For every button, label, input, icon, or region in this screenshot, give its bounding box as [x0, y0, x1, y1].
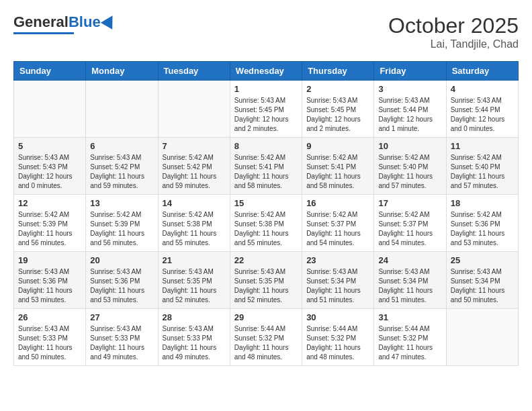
calendar-header-wednesday: Wednesday [230, 62, 302, 81]
calendar-cell: 5Sunrise: 5:43 AM Sunset: 5:43 PM Daylig… [14, 138, 86, 195]
day-number: 5 [18, 141, 81, 151]
calendar-header-row: SundayMondayTuesdayWednesdayThursdayFrid… [14, 62, 519, 81]
day-info: Sunrise: 5:43 AM Sunset: 5:43 PM Dayligh… [18, 153, 81, 191]
day-info: Sunrise: 5:42 AM Sunset: 5:37 PM Dayligh… [306, 210, 369, 248]
calendar-cell: 17Sunrise: 5:42 AM Sunset: 5:37 PM Dayli… [374, 195, 446, 252]
day-number: 29 [234, 312, 298, 322]
day-number: 28 [163, 312, 226, 322]
day-number: 14 [163, 198, 226, 208]
day-number: 9 [306, 141, 369, 151]
day-info: Sunrise: 5:43 AM Sunset: 5:35 PM Dayligh… [163, 267, 226, 305]
day-info: Sunrise: 5:44 AM Sunset: 5:32 PM Dayligh… [234, 324, 298, 362]
day-number: 6 [90, 141, 153, 151]
day-info: Sunrise: 5:43 AM Sunset: 5:45 PM Dayligh… [306, 96, 369, 134]
day-number: 27 [90, 312, 153, 322]
calendar-week-row: 12Sunrise: 5:42 AM Sunset: 5:39 PM Dayli… [14, 195, 519, 252]
day-info: Sunrise: 5:43 AM Sunset: 5:34 PM Dayligh… [451, 267, 514, 305]
day-info: Sunrise: 5:42 AM Sunset: 5:39 PM Dayligh… [18, 210, 81, 248]
day-number: 17 [378, 198, 441, 208]
day-number: 2 [306, 84, 369, 94]
logo-arrow-icon [100, 12, 118, 30]
month-title: October 2025 [388, 13, 519, 38]
calendar-cell: 25Sunrise: 5:43 AM Sunset: 5:34 PM Dayli… [446, 252, 518, 309]
day-info: Sunrise: 5:44 AM Sunset: 5:32 PM Dayligh… [306, 324, 369, 362]
day-number: 21 [163, 255, 226, 265]
day-info: Sunrise: 5:43 AM Sunset: 5:44 PM Dayligh… [451, 96, 514, 134]
day-info: Sunrise: 5:42 AM Sunset: 5:38 PM Dayligh… [163, 210, 226, 248]
title-block: October 2025 Lai, Tandjile, Chad [388, 13, 519, 50]
logo-underline [13, 32, 74, 34]
calendar-table: SundayMondayTuesdayWednesdayThursdayFrid… [13, 61, 519, 366]
day-number: 7 [163, 141, 226, 151]
day-info: Sunrise: 5:43 AM Sunset: 5:42 PM Dayligh… [90, 153, 153, 191]
calendar-cell: 31Sunrise: 5:44 AM Sunset: 5:32 PM Dayli… [374, 309, 446, 366]
calendar-cell [446, 309, 518, 366]
calendar-cell: 2Sunrise: 5:43 AM Sunset: 5:45 PM Daylig… [302, 81, 374, 138]
calendar-cell: 12Sunrise: 5:42 AM Sunset: 5:39 PM Dayli… [14, 195, 86, 252]
day-info: Sunrise: 5:42 AM Sunset: 5:37 PM Dayligh… [378, 210, 441, 248]
calendar-week-row: 19Sunrise: 5:43 AM Sunset: 5:36 PM Dayli… [14, 252, 519, 309]
calendar-cell [158, 81, 230, 138]
day-number: 26 [18, 312, 81, 322]
day-number: 10 [378, 141, 441, 151]
calendar-week-row: 26Sunrise: 5:43 AM Sunset: 5:33 PM Dayli… [14, 309, 519, 366]
calendar-cell: 10Sunrise: 5:42 AM Sunset: 5:40 PM Dayli… [374, 138, 446, 195]
calendar-cell: 9Sunrise: 5:42 AM Sunset: 5:41 PM Daylig… [302, 138, 374, 195]
day-info: Sunrise: 5:42 AM Sunset: 5:40 PM Dayligh… [378, 153, 441, 191]
calendar-cell: 15Sunrise: 5:42 AM Sunset: 5:38 PM Dayli… [230, 195, 302, 252]
day-info: Sunrise: 5:42 AM Sunset: 5:38 PM Dayligh… [234, 210, 298, 248]
day-number: 30 [306, 312, 369, 322]
day-number: 24 [378, 255, 441, 265]
calendar-cell: 8Sunrise: 5:42 AM Sunset: 5:41 PM Daylig… [230, 138, 302, 195]
calendar-cell: 19Sunrise: 5:43 AM Sunset: 5:36 PM Dayli… [14, 252, 86, 309]
calendar-cell: 28Sunrise: 5:43 AM Sunset: 5:33 PM Dayli… [158, 309, 230, 366]
calendar-cell: 27Sunrise: 5:43 AM Sunset: 5:33 PM Dayli… [86, 309, 158, 366]
day-number: 4 [451, 84, 514, 94]
day-info: Sunrise: 5:42 AM Sunset: 5:42 PM Dayligh… [163, 153, 226, 191]
day-info: Sunrise: 5:43 AM Sunset: 5:33 PM Dayligh… [90, 324, 153, 362]
day-info: Sunrise: 5:43 AM Sunset: 5:45 PM Dayligh… [234, 96, 298, 134]
calendar-cell: 22Sunrise: 5:43 AM Sunset: 5:35 PM Dayli… [230, 252, 302, 309]
calendar-header-tuesday: Tuesday [158, 62, 230, 81]
day-number: 8 [234, 141, 298, 151]
calendar-cell: 3Sunrise: 5:43 AM Sunset: 5:44 PM Daylig… [374, 81, 446, 138]
day-number: 13 [90, 198, 153, 208]
day-info: Sunrise: 5:43 AM Sunset: 5:33 PM Dayligh… [18, 324, 81, 362]
location-title: Lai, Tandjile, Chad [388, 38, 519, 50]
calendar-header-friday: Friday [374, 62, 446, 81]
day-info: Sunrise: 5:43 AM Sunset: 5:34 PM Dayligh… [378, 267, 441, 305]
calendar-cell: 7Sunrise: 5:42 AM Sunset: 5:42 PM Daylig… [158, 138, 230, 195]
calendar-cell: 20Sunrise: 5:43 AM Sunset: 5:36 PM Dayli… [86, 252, 158, 309]
day-number: 20 [90, 255, 153, 265]
logo-blue: Blue [69, 13, 101, 31]
day-number: 22 [234, 255, 298, 265]
calendar-cell: 16Sunrise: 5:42 AM Sunset: 5:37 PM Dayli… [302, 195, 374, 252]
day-number: 3 [378, 84, 441, 94]
day-number: 1 [234, 84, 298, 94]
calendar-cell: 1Sunrise: 5:43 AM Sunset: 5:45 PM Daylig… [230, 81, 302, 138]
calendar-week-row: 1Sunrise: 5:43 AM Sunset: 5:45 PM Daylig… [14, 81, 519, 138]
calendar-header-sunday: Sunday [14, 62, 86, 81]
calendar-cell: 21Sunrise: 5:43 AM Sunset: 5:35 PM Dayli… [158, 252, 230, 309]
day-number: 31 [378, 312, 441, 322]
day-info: Sunrise: 5:42 AM Sunset: 5:39 PM Dayligh… [90, 210, 153, 248]
page-header: General Blue October 2025 Lai, Tandjile,… [13, 13, 519, 50]
calendar-cell [14, 81, 86, 138]
calendar-week-row: 5Sunrise: 5:43 AM Sunset: 5:43 PM Daylig… [14, 138, 519, 195]
day-number: 11 [451, 141, 514, 151]
calendar-cell: 29Sunrise: 5:44 AM Sunset: 5:32 PM Dayli… [230, 309, 302, 366]
calendar-cell: 13Sunrise: 5:42 AM Sunset: 5:39 PM Dayli… [86, 195, 158, 252]
day-info: Sunrise: 5:42 AM Sunset: 5:36 PM Dayligh… [451, 210, 514, 248]
calendar-cell: 23Sunrise: 5:43 AM Sunset: 5:34 PM Dayli… [302, 252, 374, 309]
day-number: 25 [451, 255, 514, 265]
logo: General Blue [13, 13, 116, 34]
day-info: Sunrise: 5:42 AM Sunset: 5:40 PM Dayligh… [451, 153, 514, 191]
calendar-header-saturday: Saturday [446, 62, 518, 81]
calendar-cell: 4Sunrise: 5:43 AM Sunset: 5:44 PM Daylig… [446, 81, 518, 138]
day-info: Sunrise: 5:42 AM Sunset: 5:41 PM Dayligh… [306, 153, 369, 191]
calendar-cell: 26Sunrise: 5:43 AM Sunset: 5:33 PM Dayli… [14, 309, 86, 366]
day-info: Sunrise: 5:43 AM Sunset: 5:36 PM Dayligh… [90, 267, 153, 305]
day-number: 19 [18, 255, 81, 265]
day-info: Sunrise: 5:44 AM Sunset: 5:32 PM Dayligh… [378, 324, 441, 362]
day-info: Sunrise: 5:43 AM Sunset: 5:36 PM Dayligh… [18, 267, 81, 305]
